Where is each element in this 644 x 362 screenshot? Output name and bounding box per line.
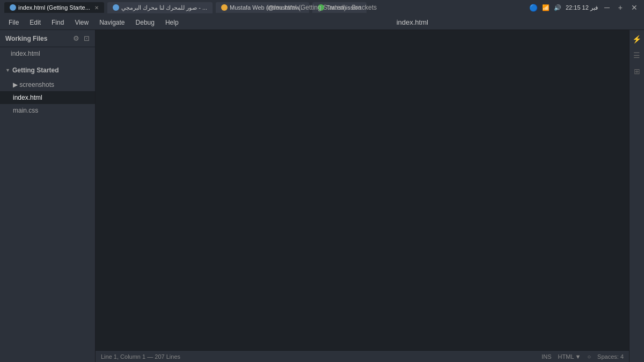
- ins-mode[interactable]: INS: [541, 353, 551, 360]
- menu-help[interactable]: Help: [161, 17, 183, 28]
- right-panel: ⚡ ☰ ⊞: [629, 30, 644, 362]
- tab-icon: [10, 4, 16, 11]
- line-numbers: [96, 30, 117, 350]
- close-button[interactable]: ✕: [629, 3, 640, 12]
- sidebar-item-screenshots[interactable]: ▶ screenshots: [0, 78, 95, 91]
- menu-bar: File Edit Find View Navigate Debug Help …: [0, 15, 644, 30]
- sidebar: Working Files ⚙ ⊡ index.html ▼ Getting S…: [0, 30, 96, 362]
- tab-icon: [221, 4, 228, 11]
- folder-icon: ▶: [13, 81, 19, 88]
- getting-started-label: Getting Started: [12, 67, 59, 74]
- working-files-label: Working Files: [5, 35, 47, 42]
- menu-edit[interactable]: Edit: [25, 17, 45, 28]
- minimize-button[interactable]: ─: [602, 3, 612, 12]
- menu-find[interactable]: Find: [47, 17, 68, 28]
- extension-icon[interactable]: ⊞: [631, 65, 643, 77]
- tab-index-html[interactable]: index.html (Getting Starte... ✕: [4, 2, 104, 13]
- title-bar: index.html (Getting Starte... ✕ صور للمح…: [0, 0, 644, 15]
- volume-icon: 🔊: [554, 4, 561, 11]
- spaces-setting[interactable]: Spaces: 4: [597, 353, 624, 360]
- working-files-header: Working Files ⚙ ⊡: [0, 30, 95, 47]
- code-editor[interactable]: [117, 30, 629, 350]
- clock: 22:15 12 فبر: [566, 4, 598, 11]
- sidebar-header-icons: ⚙ ⊡: [73, 34, 90, 42]
- window-controls: 🔵 📶 🔊 22:15 12 فبر ─ + ✕: [529, 3, 640, 12]
- maximize-button[interactable]: +: [616, 3, 625, 12]
- window-title: index.html (Getting Started) - Brackets: [267, 4, 377, 11]
- language-selector[interactable]: HTML ▼: [558, 353, 581, 360]
- sidebar-split-icon[interactable]: ⊡: [84, 34, 90, 42]
- sidebar-settings-icon[interactable]: ⚙: [73, 34, 79, 42]
- collapse-arrow: ▼: [5, 68, 10, 73]
- status-bar-right: INS HTML ▼ ○ Spaces: 4: [541, 353, 624, 360]
- tab-label: index.html (Getting Starte...: [18, 4, 90, 11]
- menu-debug[interactable]: Debug: [131, 17, 159, 28]
- bluetooth-icon: 🔵: [529, 4, 538, 12]
- editor-area: Line 1, Column 1 — 207 Lines INS HTML ▼ …: [96, 30, 629, 362]
- live-preview-icon[interactable]: ⚡: [631, 33, 643, 45]
- circle-icon[interactable]: ○: [587, 353, 591, 360]
- cursor-position: Line 1, Column 1 — 207 Lines: [101, 353, 180, 360]
- sidebar-item-index-html[interactable]: index.html: [0, 91, 95, 104]
- sidebar-item-main-css[interactable]: main.css: [0, 104, 95, 117]
- main-layout: Working Files ⚙ ⊡ index.html ▼ Getting S…: [0, 30, 644, 362]
- status-bar: Line 1, Column 1 — 207 Lines INS HTML ▼ …: [96, 350, 629, 362]
- close-tab-icon[interactable]: ✕: [94, 5, 99, 11]
- wifi-icon: 📶: [542, 4, 550, 11]
- getting-started-section: ▼ Getting Started ▶ screenshots index.ht…: [0, 62, 95, 117]
- editor-filename: index.html: [185, 18, 640, 26]
- lang-dropdown-icon: ▼: [575, 353, 581, 360]
- working-file-index-html[interactable]: index.html: [0, 47, 95, 60]
- menu-file[interactable]: File: [4, 17, 23, 28]
- menu-view[interactable]: View: [70, 17, 93, 28]
- tab-icon: [113, 4, 119, 11]
- tab-label: صور للمحرك لنا محرك البرمجي - ...: [121, 4, 207, 11]
- tab-browser-1[interactable]: صور للمحرك لنا محرك البرمجي - ...: [107, 2, 213, 13]
- editor-scroll[interactable]: [96, 30, 629, 350]
- menu-navigate[interactable]: Navigate: [95, 17, 129, 28]
- file-tree-icon[interactable]: ☰: [631, 49, 643, 61]
- getting-started-header[interactable]: ▼ Getting Started: [0, 62, 95, 78]
